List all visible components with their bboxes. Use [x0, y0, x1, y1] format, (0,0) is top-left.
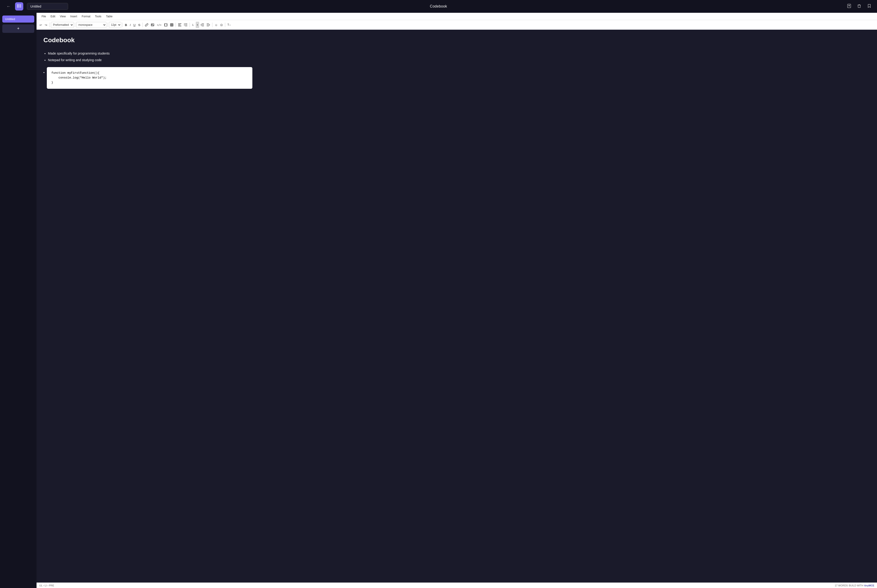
back-button[interactable]: ←: [5, 3, 12, 10]
svg-rect-28: [207, 26, 209, 26]
svg-rect-18: [178, 25, 181, 25]
svg-rect-1: [19, 4, 21, 5]
toolbar-sep-4: [122, 22, 123, 27]
image-button[interactable]: [150, 22, 155, 28]
sidebar-add-button[interactable]: +: [2, 24, 34, 33]
code-inline-button[interactable]: </>: [156, 22, 162, 28]
sidebar: Untitled +: [0, 13, 36, 588]
align-button[interactable]: [177, 22, 182, 28]
list-item: Notepad for writing and studying code: [48, 57, 870, 63]
svg-rect-0: [17, 4, 19, 8]
document-title-input[interactable]: [27, 3, 68, 10]
svg-rect-3: [19, 7, 21, 7]
sidebar-toggle-icon: [17, 4, 21, 9]
link-button[interactable]: [144, 22, 149, 28]
svg-rect-19: [178, 26, 181, 26]
delete-button[interactable]: [856, 3, 862, 10]
status-bar: UL › LI › PRE 17 WORDS BUILD WITH tinyMC…: [36, 582, 877, 588]
sidebar-item-untitled[interactable]: Untitled: [2, 15, 34, 22]
svg-rect-27: [207, 25, 209, 25]
code-block-wrapper: • function myFirstFunction(){ console.lo…: [44, 67, 870, 88]
font-size-select[interactable]: 12pt 10pt 14pt 16pt: [109, 22, 121, 28]
svg-rect-25: [202, 26, 204, 26]
underline-button[interactable]: U: [132, 22, 137, 28]
svg-rect-22: [185, 26, 187, 26]
toolbar-sep-7: [190, 22, 190, 27]
code-line-3: }: [51, 80, 248, 85]
word-count: 17 WORDS: [835, 584, 848, 587]
line-height-button[interactable]: [183, 22, 188, 28]
svg-rect-2: [19, 6, 21, 6]
sidebar-toggle-button[interactable]: [15, 2, 23, 10]
bookmark-button[interactable]: [866, 3, 872, 10]
indent-increase-button[interactable]: [206, 22, 211, 28]
toolbar: ↩ ↪ Preformatted Paragraph Heading 1 Hea…: [36, 20, 877, 30]
breadcrumb: UL › LI › PRE: [39, 584, 54, 587]
font-select[interactable]: monospace Arial Times New Roman: [76, 22, 107, 28]
italic-button[interactable]: I: [129, 22, 132, 28]
ordered-list-button[interactable]: 1.: [191, 22, 195, 28]
bold-button[interactable]: B: [124, 22, 128, 28]
app-title: Codebook: [430, 4, 447, 9]
strikethrough-button[interactable]: S: [137, 22, 141, 28]
code-bullet: •: [44, 71, 45, 74]
export-button[interactable]: [846, 3, 852, 10]
menu-bar: File Edit View Insert Format Tools Table: [36, 13, 877, 20]
toolbar-sep-6: [176, 22, 176, 27]
main-area: Untitled + File Edit View Insert Format …: [0, 13, 877, 588]
menu-edit[interactable]: Edit: [48, 14, 57, 19]
undo-button[interactable]: ↩: [38, 22, 43, 28]
breadcrumb-text: UL › LI › PRE: [39, 584, 54, 587]
svg-rect-21: [185, 25, 187, 25]
code-block-button[interactable]: [163, 22, 168, 28]
list-item: Made specifically for programming studen…: [48, 51, 870, 56]
menu-view[interactable]: View: [57, 14, 68, 19]
unordered-list-button[interactable]: •: [196, 22, 199, 28]
emoji-button[interactable]: ☺: [214, 22, 219, 28]
code-line-2: console.log("Hello World");: [51, 75, 248, 80]
clear-format-button[interactable]: Tx: [226, 22, 232, 28]
table-button[interactable]: [169, 22, 174, 28]
svg-rect-6: [858, 5, 860, 8]
code-block[interactable]: function myFirstFunction(){ console.log(…: [47, 67, 252, 88]
menu-tools[interactable]: Tools: [93, 14, 104, 19]
brand-label: tinyMCE: [864, 584, 874, 587]
svg-rect-17: [178, 24, 181, 24]
menu-table[interactable]: Table: [104, 14, 115, 19]
redo-button[interactable]: ↪: [44, 22, 48, 28]
svg-rect-12: [170, 24, 173, 26]
toolbar-sep-8: [212, 22, 212, 27]
top-bar: ← Codebook: [0, 0, 877, 13]
toolbar-sep-1: [50, 22, 50, 27]
menu-format[interactable]: Format: [80, 14, 93, 19]
svg-rect-24: [202, 25, 204, 25]
indent-decrease-button[interactable]: [200, 22, 205, 28]
svg-rect-23: [202, 24, 204, 24]
toolbar-sep-9: [225, 22, 225, 27]
special-chars-button[interactable]: Ω: [219, 22, 224, 28]
code-line-1: function myFirstFunction(){: [51, 71, 248, 75]
editor-container: File Edit View Insert Format Tools Table…: [36, 13, 877, 588]
format-select[interactable]: Preformatted Paragraph Heading 1 Heading…: [51, 22, 74, 28]
menu-insert[interactable]: Insert: [68, 14, 80, 19]
build-label: BUILD WITH: [849, 584, 863, 587]
status-right: 17 WORDS BUILD WITH tinyMCE: [835, 584, 874, 587]
svg-rect-26: [207, 24, 209, 24]
svg-rect-20: [185, 24, 187, 24]
menu-file[interactable]: File: [39, 14, 48, 19]
document-heading: Codebook: [44, 34, 870, 46]
bullet-list: Made specifically for programming studen…: [48, 51, 870, 63]
top-right-actions: [846, 3, 872, 10]
editor-content[interactable]: Codebook Made specifically for programmi…: [36, 30, 877, 582]
